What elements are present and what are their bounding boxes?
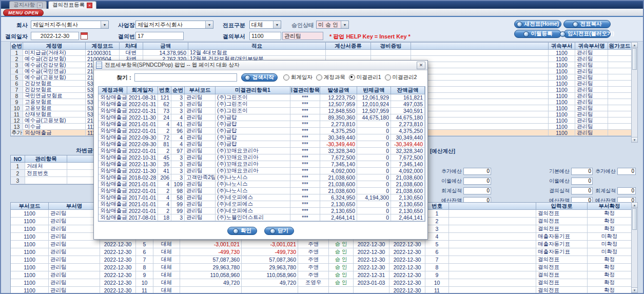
cell: 고용보험료	[23, 99, 86, 105]
scroll-thumb[interactable]	[632, 48, 637, 70]
table-row[interactable]: 외상매출금2021-01-01441관리팀(주)금탑***2,273,81002…	[99, 121, 425, 128]
table-row[interactable]: 외상매출금2022-01-01299관리팀(주)네오피에스***2,130,65…	[99, 208, 425, 214]
table-row[interactable]: 1미지급금(거래처)21000301대변14,378,95012월 4대보험료1…	[11, 50, 632, 56]
approval-status-select[interactable]: 미 승 인▼	[316, 21, 349, 29]
scroll-up-icon[interactable]: ▲	[632, 43, 637, 48]
cell: 1100	[11, 210, 49, 218]
table-row[interactable]: 1100관리팀2022-12-307대체57,087,36057,087,360…	[11, 256, 632, 264]
scroll-thumb[interactable]	[632, 208, 637, 230]
temp-voucher-load-button[interactable]: 임시전표(불러오기)	[563, 30, 611, 38]
scroll-up-icon[interactable]: ▲	[632, 203, 637, 208]
budget-input[interactable]	[463, 187, 491, 194]
table-row[interactable]: 외상매출금2022-11-30244관리팀(주)금탑***89,350,3604…	[99, 114, 425, 121]
tab-close-icon[interactable]: ×	[87, 3, 92, 8]
cell: 결의전표	[536, 225, 588, 233]
table-row[interactable]: 외상매출금2021-08-311213관리팀(주)그린조이***12,223,7…	[99, 94, 425, 101]
bottom-table-scrollbar[interactable]: ▲ ▼	[631, 202, 638, 293]
cell: 주앤	[298, 256, 329, 264]
filter-radio[interactable]: 미결관리2	[385, 74, 417, 81]
tab-notice[interactable]: 공지사항 ×	[9, 1, 47, 9]
table-row[interactable]: 1100관리팀2022-12-3011대체2022-12-3011결의전표확정	[11, 287, 632, 294]
popup-titlebar[interactable]: 전표세부항목(SPNDCDPop) 팝업 -- 웹 페이지 대화 상자 ✕	[94, 61, 427, 70]
cell: 3	[171, 154, 185, 161]
table-row[interactable]: 외상매출금2022-01-31733관리팀(주)그린조이***12,848,55…	[99, 108, 425, 114]
filter-radio[interactable]: 계정과목	[316, 74, 345, 81]
table-row[interactable]: 1100관리팀2022-12-3010대체49,72049,720조영우승 인2…	[11, 279, 632, 287]
cell: ***	[290, 134, 320, 141]
new-voucher-button[interactable]: 새전표(Home)	[514, 20, 561, 28]
cell: 관리팀	[49, 225, 100, 233]
budget-input[interactable]	[463, 178, 491, 185]
column-header: 계정명	[23, 43, 86, 50]
cell: 확정	[588, 210, 632, 218]
tab-close-icon[interactable]: ×	[37, 3, 43, 8]
cell: 109	[171, 181, 185, 188]
table-row[interactable]: 1100관리팀2022-12-306대체-499,730-499,730주앤승 …	[11, 248, 632, 256]
company-select[interactable]: 제일저지주식회사▼	[31, 21, 109, 29]
budget-input[interactable]	[571, 178, 593, 185]
close-button[interactable]: 닫기	[264, 227, 294, 235]
table-row[interactable]: 외상매출금2017-01-01458관리팀(주)네오피에스***6,324,95…	[99, 194, 425, 201]
carryover-register-button[interactable]: 이월등록	[514, 30, 561, 38]
cell	[608, 105, 632, 111]
budget-input[interactable]	[617, 168, 636, 175]
table-row[interactable]: 1100관리팀2022-12-308대체29,963,78029,963,780…	[11, 264, 632, 271]
cell: 2017-08-01	[127, 214, 158, 221]
cell: 관리팀	[49, 218, 100, 225]
cell: 관리팀	[49, 233, 100, 241]
cell: 2022-09-30	[127, 134, 158, 141]
resolution-no-input[interactable]	[135, 32, 184, 40]
table-row[interactable]: 외상매출금2022-09-30814관리팀(주)금탑***-30,349,440…	[99, 141, 425, 148]
table-row[interactable]: 외상매출금2021-01-014109관리팀(주)나노시스***21,038,6…	[99, 181, 425, 188]
dept-code-input[interactable]	[249, 32, 281, 40]
calendar-icon[interactable]	[81, 32, 88, 40]
cell: 관리팀	[49, 264, 100, 271]
copy-voucher-button[interactable]: 전표복사	[563, 20, 611, 28]
filter-radio[interactable]: 회계일자	[283, 74, 313, 81]
popup-close-icon[interactable]: ✕	[417, 62, 425, 69]
cell: 44,675,180	[357, 114, 391, 121]
scroll-down-icon[interactable]: ▼	[632, 287, 637, 292]
table-row[interactable]: 외상매출금2022-11-30413관리팀(주)꼬매요코리아***4,092,0…	[99, 168, 425, 174]
table-row[interactable]: 외상매출금2021-01-01499관리팀(주)네오피에스***2,130,65…	[99, 201, 425, 208]
cell: 41	[158, 168, 171, 174]
budget-input[interactable]	[571, 168, 593, 175]
table-row[interactable]: 1100관리팀2022-12-305대체-3,001,021-3,001,021…	[11, 241, 632, 248]
cell: 1100	[11, 225, 49, 233]
table-row[interactable]: 외상매출금2017-08-01183관리팀(주)노블인더스트리***2,464,…	[99, 214, 425, 221]
search-input[interactable]	[134, 73, 237, 82]
confirm-button[interactable]: 확인	[227, 227, 257, 235]
table-row[interactable]: 외상매출금2022-01-01297관리팀(주)꼬매요코리아***32,328,…	[99, 148, 425, 154]
cell: (주)나노시스	[216, 181, 290, 188]
budget-input[interactable]	[617, 187, 636, 194]
tab-voucher-register[interactable]: 결의전표등록 ×	[48, 1, 96, 9]
voucher-type-select[interactable]: 대체▼	[249, 21, 281, 29]
main-table-scrollbar[interactable]: ▲ ▼	[631, 42, 638, 143]
column-header: 금액	[143, 43, 188, 50]
cell: 관리팀	[575, 87, 608, 93]
table-row[interactable]: 외상매출금2022-10-31453관리팀(주)꼬매요코리아***7,672,5…	[99, 154, 425, 161]
scroll-down-icon[interactable]: ▼	[632, 137, 637, 142]
site-select[interactable]: 제일저지주식회사▼	[135, 21, 213, 29]
table-row[interactable]: 외상매출금2022-01-01298관리팀(주)나노시스***21,038,60…	[99, 188, 425, 194]
cell: 1100	[549, 68, 575, 74]
cell: ***	[290, 181, 320, 188]
resolution-date-input[interactable]	[31, 32, 79, 40]
budget-input[interactable]	[463, 168, 491, 175]
cell: ***	[290, 128, 320, 134]
cell	[449, 271, 536, 279]
cell: 조영우	[298, 279, 329, 287]
budget-input[interactable]	[571, 187, 593, 194]
table-row[interactable]: 외상매출금2022-11-30353관리팀(주)꼬매요코리아***7,345,1…	[99, 161, 425, 168]
table-row[interactable]: 외상매출금2018-02-282063고객만족2팀(JJ(주)나노시스***21…	[99, 174, 425, 181]
menu-open-badge[interactable]: MENU OPEN	[3, 9, 44, 16]
table-row[interactable]: 1100관리팀2022-12-309대체110,058,960110,058,9…	[11, 271, 632, 279]
table-row[interactable]: 외상매출금2022-01-31623관리팀(주)그린조이***12,507,95…	[99, 101, 425, 108]
cell: 주앤	[298, 248, 329, 256]
search-start-button[interactable]: 검색시작	[241, 73, 278, 82]
cell: 관리팀	[575, 93, 608, 99]
cell: 1100	[549, 93, 575, 99]
table-row[interactable]: 외상매출금2022-09-30724관리팀(주)금탑***30,349,4400…	[99, 134, 425, 141]
filter-radio[interactable]: 미결관리1	[349, 74, 381, 81]
table-row[interactable]: 외상매출금2022-01-01296관리팀(주)금탑***4,375,25004…	[99, 128, 425, 134]
